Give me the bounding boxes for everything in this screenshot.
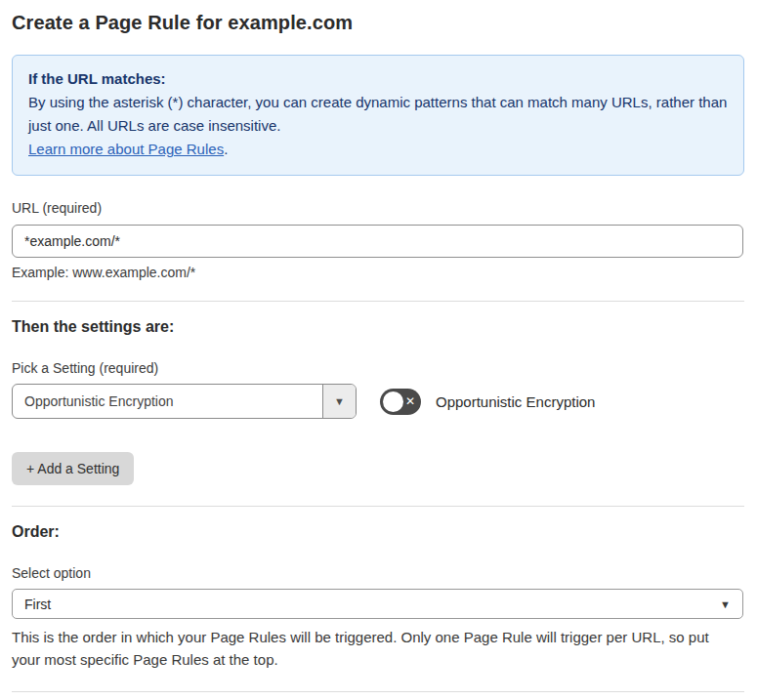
page-title: Create a Page Rule for example.com [12,12,744,34]
opportunistic-encryption-toggle[interactable]: ✕ [380,389,421,415]
info-box-heading: If the URL matches: [28,67,728,91]
url-input[interactable] [12,225,743,258]
order-select-label: Select option [12,565,744,581]
order-section-heading: Order: [12,523,744,541]
setting-select-value: Opportunistic Encryption [13,385,322,418]
setting-select-caret-button[interactable]: ▼ [322,385,356,418]
chevron-down-icon: ▼ [334,395,345,407]
toggle-label: Opportunistic Encryption [436,393,595,410]
setting-select[interactable]: Opportunistic Encryption ▼ [12,384,357,419]
info-box-body: By using the asterisk (*) character, you… [28,91,728,138]
create-page-rule-panel: Create a Page Rule for example.com If th… [0,0,757,700]
url-example-helper: Example: www.example.com/* [12,265,744,280]
order-select[interactable]: First ▼ [12,589,743,619]
order-helper-text: This is the order in which your Page Rul… [12,626,739,671]
setting-row: Opportunistic Encryption ▼ ✕ Opportunist… [12,384,744,419]
pick-setting-label: Pick a Setting (required) [12,360,744,376]
toggle-knob [383,391,403,412]
add-setting-button[interactable]: + Add a Setting [12,452,134,485]
divider [12,506,744,507]
link-suffix: . [224,141,228,157]
learn-more-link[interactable]: Learn more about Page Rules [28,141,224,157]
url-field-label: URL (required) [12,200,744,216]
settings-section-heading: Then the settings are: [12,318,744,336]
divider [12,691,744,692]
info-box-link-line: Learn more about Page Rules. [28,138,728,161]
chevron-down-icon: ▼ [720,598,731,610]
x-icon: ✕ [405,389,415,415]
order-select-value: First [24,597,51,612]
url-matches-info-box: If the URL matches: By using the asteris… [12,55,744,176]
divider [12,301,744,302]
